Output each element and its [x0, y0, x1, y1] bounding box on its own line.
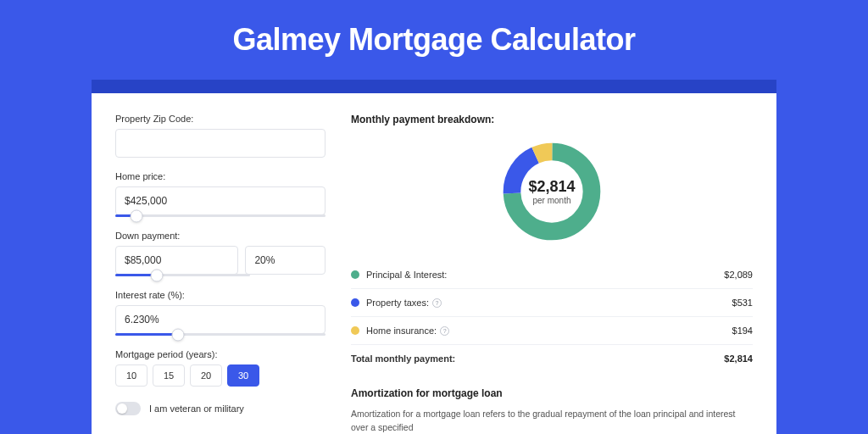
home-price-label: Home price: [115, 171, 326, 181]
period-buttons: 10 15 20 30 [115, 364, 326, 387]
dot-taxes [351, 298, 359, 307]
zip-input[interactable] [115, 129, 326, 158]
breakdown-row-total: Total monthly payment: $2,814 [351, 344, 753, 372]
down-payment-slider[interactable] [115, 274, 250, 276]
donut-chart: $2,814 per month [499, 139, 604, 244]
breakdown-label-total: Total monthly payment: [351, 353, 455, 364]
breakdown-value-taxes: $531 [732, 298, 753, 308]
down-payment-amount-input[interactable] [115, 246, 238, 275]
down-payment-label: Down payment: [115, 231, 326, 241]
donut-amount: $2,814 [528, 178, 575, 196]
donut-chart-wrap: $2,814 per month [351, 139, 753, 244]
period-20-button[interactable]: 20 [190, 364, 222, 387]
period-15-button[interactable]: 15 [153, 364, 185, 387]
down-payment-pct-input[interactable] [245, 246, 326, 275]
interest-label: Interest rate (%): [115, 290, 326, 300]
breakdown-column: Monthly payment breakdown: $2,814 per mo… [351, 114, 753, 434]
amortization-title: Amortization for mortgage loan [351, 387, 753, 399]
home-price-input[interactable] [115, 186, 326, 215]
down-payment-slider-thumb[interactable] [151, 269, 164, 281]
period-label: Mortgage period (years): [115, 349, 326, 359]
toggle-knob [117, 403, 127, 414]
outer-panel: Property Zip Code: Home price: Down paym… [92, 80, 776, 434]
calculator-card: Property Zip Code: Home price: Down paym… [92, 93, 776, 434]
donut-sub: per month [528, 196, 575, 205]
breakdown-row-principal: Principal & Interest: $2,089 [351, 261, 753, 288]
breakdown-label-principal: Principal & Interest: [366, 270, 447, 280]
breakdown-row-taxes: Property taxes: ? $531 [351, 288, 753, 316]
breakdown-label-insurance: Home insurance: ? [366, 326, 449, 336]
down-payment-field-group: Down payment: [115, 231, 326, 276]
period-30-button[interactable]: 30 [227, 364, 259, 387]
interest-slider[interactable] [115, 333, 326, 336]
home-price-slider-thumb[interactable] [130, 209, 142, 222]
breakdown-value-total: $2,814 [724, 353, 753, 364]
breakdown-title: Monthly payment breakdown: [351, 114, 753, 125]
interest-slider-thumb[interactable] [172, 328, 185, 341]
breakdown-value-principal: $2,089 [724, 270, 753, 280]
home-price-field-group: Home price: [115, 171, 326, 217]
veteran-toggle-row: I am veteran or military [115, 402, 326, 415]
veteran-toggle[interactable] [115, 402, 141, 415]
veteran-label: I am veteran or military [149, 403, 244, 414]
zip-field-group: Property Zip Code: [115, 114, 326, 158]
breakdown-label-taxes: Property taxes: ? [366, 298, 442, 308]
period-10-button[interactable]: 10 [115, 364, 147, 387]
info-icon[interactable]: ? [440, 326, 449, 336]
breakdown-value-insurance: $194 [732, 326, 753, 336]
dot-principal [351, 270, 359, 279]
dot-insurance [351, 326, 359, 335]
amortization-text: Amortization for a mortgage loan refers … [351, 408, 753, 434]
zip-label: Property Zip Code: [115, 114, 326, 124]
interest-field-group: Interest rate (%): [115, 290, 326, 336]
home-price-slider[interactable] [115, 214, 326, 217]
form-column: Property Zip Code: Home price: Down paym… [115, 114, 326, 434]
info-icon[interactable]: ? [432, 298, 442, 308]
interest-input[interactable] [115, 305, 326, 334]
donut-center: $2,814 per month [528, 178, 575, 205]
page-title: Galmey Mortgage Calculator [0, 0, 868, 80]
breakdown-row-insurance: Home insurance: ? $194 [351, 316, 753, 344]
period-field-group: Mortgage period (years): 10 15 20 30 [115, 349, 326, 387]
